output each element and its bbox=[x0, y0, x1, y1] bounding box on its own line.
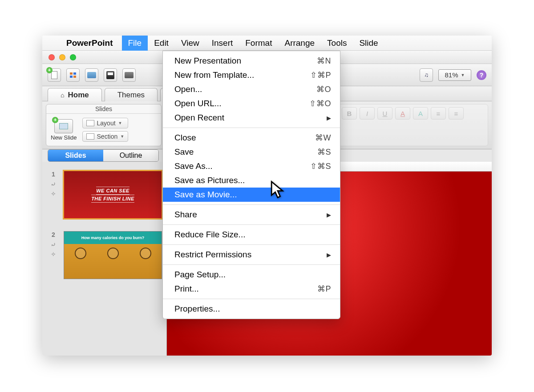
menu-separator bbox=[163, 244, 340, 245]
menu-item-reduce-file-size[interactable]: Reduce File Size... bbox=[163, 228, 340, 242]
menu-item-share[interactable]: Share▶ bbox=[163, 208, 340, 222]
home-icon: ⌂ bbox=[61, 92, 64, 99]
menu-separator bbox=[163, 264, 340, 265]
align-center-button[interactable]: ≡ bbox=[449, 107, 464, 120]
menu-separator bbox=[163, 204, 340, 205]
menu-bar: PowerPoint FileEditViewInsertFormatArran… bbox=[42, 36, 492, 51]
menu-item-open-recent[interactable]: Open Recent▶ bbox=[163, 111, 340, 125]
menu-item-open-url[interactable]: Open URL...⇧⌘O bbox=[163, 96, 340, 111]
menu-separator bbox=[163, 224, 340, 225]
layout-label: Layout bbox=[97, 120, 116, 127]
slide-thumbnail-1[interactable]: WE CAN SEE THE FINISH LINE bbox=[64, 171, 162, 219]
menu-format[interactable]: Format bbox=[239, 36, 278, 51]
menu-shortcut: ⇧⌘S bbox=[310, 161, 331, 171]
app-name[interactable]: PowerPoint bbox=[63, 36, 122, 51]
zoom-value: 81% bbox=[445, 71, 458, 79]
menu-arrange[interactable]: Arrange bbox=[278, 36, 321, 51]
menu-shortcut: ⇧⌘O bbox=[309, 99, 331, 108]
menu-shortcut: ⌘S bbox=[317, 147, 331, 157]
menu-item-print[interactable]: Print...⌘P bbox=[163, 282, 340, 296]
ribbon-tab-label: Home bbox=[68, 91, 89, 100]
menu-item-page-setup[interactable]: Page Setup... bbox=[163, 268, 340, 282]
submenu-arrow-icon: ▶ bbox=[327, 115, 331, 121]
new-document-button[interactable]: + bbox=[48, 68, 61, 82]
menu-shortcut: ⌘O bbox=[316, 84, 331, 94]
dropdown-arrow-icon: ▼ bbox=[118, 121, 122, 125]
dropdown-arrow-icon: ▼ bbox=[461, 73, 465, 77]
thumbnail-panel: 1 ⤾ ✧ WE CAN SEE THE FINISH LINE 2 ⤾ ✧ bbox=[42, 162, 167, 356]
slide-thumbnail-2[interactable]: How many calories do you burn? bbox=[64, 231, 162, 279]
submenu-arrow-icon: ▶ bbox=[327, 252, 331, 258]
menu-insert[interactable]: Insert bbox=[206, 36, 239, 51]
menu-item-new-presentation[interactable]: New Presentation⌘N bbox=[163, 54, 340, 68]
menu-shortcut: ⌘N bbox=[317, 56, 331, 66]
menu-file[interactable]: File bbox=[122, 36, 148, 51]
menu-item-label: Restrict Permissions bbox=[174, 250, 251, 260]
menu-item-save-as-movie[interactable]: Save as Movie... bbox=[163, 188, 340, 202]
thumbnail-row[interactable]: 2 ⤾ ✧ How many calories do you burn? bbox=[47, 231, 162, 279]
menu-item-new-from-template[interactable]: New from Template...⇧⌘P bbox=[163, 68, 340, 82]
menu-item-close[interactable]: Close⌘W bbox=[163, 131, 340, 145]
zoom-level-select[interactable]: 81% ▼ bbox=[438, 69, 471, 81]
zoom-window-button[interactable] bbox=[70, 54, 76, 60]
text-effect-button[interactable]: A bbox=[413, 107, 428, 120]
menu-item-label: Properties... bbox=[174, 304, 220, 314]
menu-item-label: Save bbox=[174, 147, 194, 157]
gallery-icon bbox=[70, 72, 76, 78]
section-button[interactable]: Section ▼ bbox=[82, 131, 129, 142]
layout-button[interactable]: Layout ▼ bbox=[82, 118, 129, 128]
menu-slide[interactable]: Slide bbox=[353, 36, 384, 51]
new-slide-button[interactable]: + New Slide bbox=[51, 119, 77, 141]
thumb-number: 1 bbox=[52, 171, 55, 178]
menu-tools[interactable]: Tools bbox=[321, 36, 353, 51]
app-frame: PowerPoint FileEditViewInsertFormatArran… bbox=[42, 36, 492, 356]
menu-item-save[interactable]: Save⌘S bbox=[163, 145, 340, 159]
floppy-icon bbox=[106, 71, 114, 79]
help-button[interactable]: ? bbox=[477, 70, 486, 80]
ribbon-group-title: Slides bbox=[46, 104, 161, 114]
new-slide-icon: + bbox=[54, 119, 73, 133]
menu-shortcut: ⇧⌘P bbox=[310, 70, 331, 80]
menu-item-label: Share bbox=[174, 210, 197, 220]
menu-item-label: Open URL... bbox=[174, 99, 222, 108]
menu-edit[interactable]: Edit bbox=[148, 36, 175, 51]
cursor-icon bbox=[270, 180, 285, 202]
side-panel-tabs: Slides Outline bbox=[48, 149, 159, 162]
gallery-button[interactable] bbox=[66, 68, 80, 82]
menu-shortcut: ⌘P bbox=[317, 284, 331, 294]
menu-item-label: Save As... bbox=[174, 161, 213, 171]
print-button[interactable] bbox=[122, 68, 136, 82]
underline-button[interactable]: U bbox=[377, 107, 392, 120]
minimize-window-button[interactable] bbox=[59, 54, 65, 60]
menu-item-save-as[interactable]: Save As...⇧⌘S bbox=[163, 159, 340, 173]
italic-button[interactable]: I bbox=[360, 107, 375, 120]
ribbon-tab-themes[interactable]: Themes bbox=[105, 88, 158, 101]
save-button[interactable] bbox=[104, 68, 117, 82]
menu-item-save-as-pictures[interactable]: Save as Pictures... bbox=[163, 173, 340, 188]
tab-outline[interactable]: Outline bbox=[103, 150, 158, 161]
section-icon bbox=[86, 133, 94, 140]
new-slide-label: New Slide bbox=[51, 134, 77, 141]
transition-icon: ⤾ bbox=[51, 180, 56, 188]
close-window-button[interactable] bbox=[49, 54, 55, 60]
menu-item-label: Print... bbox=[174, 284, 199, 294]
open-button[interactable] bbox=[85, 68, 98, 82]
font-color-button[interactable]: A bbox=[395, 107, 410, 120]
menu-item-open[interactable]: Open...⌘O bbox=[163, 82, 340, 96]
ribbon-tab-home[interactable]: ⌂Home bbox=[48, 88, 102, 101]
menu-view[interactable]: View bbox=[175, 36, 206, 51]
ribbon-group-slides: Slides + New Slide Layout ▼ bbox=[46, 104, 162, 146]
menu-item-label: Close bbox=[174, 133, 196, 143]
thumbnail-row[interactable]: 1 ⤾ ✧ WE CAN SEE THE FINISH LINE bbox=[47, 171, 162, 219]
bold-button[interactable]: B bbox=[342, 107, 357, 120]
menu-item-restrict-permissions[interactable]: Restrict Permissions▶ bbox=[163, 248, 340, 262]
file-menu-dropdown: New Presentation⌘NNew from Template...⇧⌘… bbox=[162, 51, 340, 319]
align-left-button[interactable]: ≡ bbox=[431, 107, 446, 120]
media-browser-button[interactable]: ♫ bbox=[420, 68, 433, 82]
plus-badge-icon: + bbox=[46, 67, 53, 73]
printer-icon bbox=[125, 72, 134, 78]
menu-item-properties[interactable]: Properties... bbox=[163, 302, 340, 316]
submenu-arrow-icon: ▶ bbox=[327, 212, 331, 218]
tab-slides[interactable]: Slides bbox=[48, 150, 103, 161]
circle-icon bbox=[107, 248, 119, 259]
